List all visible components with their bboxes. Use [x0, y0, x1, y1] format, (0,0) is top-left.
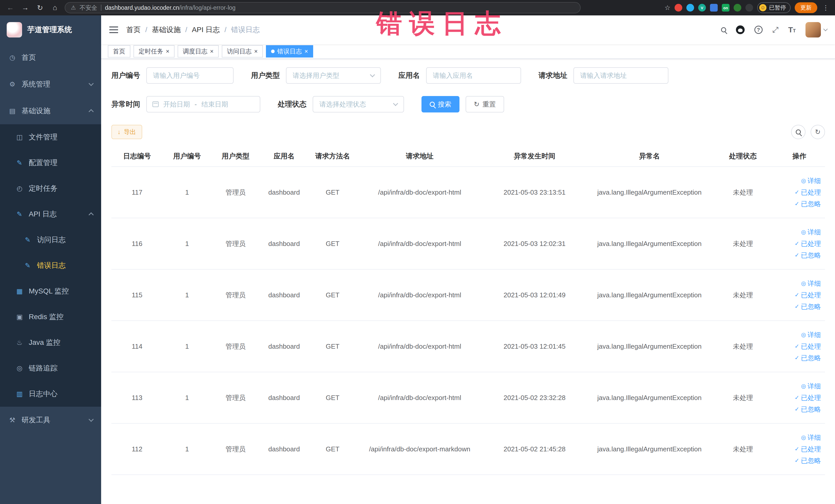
cell-exception-time: 2021-05-03 12:01:45	[483, 321, 587, 372]
start-date-placeholder: 开始日期	[163, 100, 190, 109]
search-button[interactable]: 搜索	[422, 96, 460, 113]
search-icon[interactable]	[721, 27, 726, 32]
page-content: 用户编号 用户类型 请选择用户类型 应用名	[101, 59, 835, 504]
extension-icon[interactable]: V	[698, 4, 706, 12]
app-name-input[interactable]	[426, 67, 521, 84]
processed-link[interactable]: 已处理	[795, 394, 821, 402]
processed-link[interactable]: 已处理	[795, 291, 821, 300]
user-id-label: 用户编号	[111, 70, 140, 80]
processed-link[interactable]: 已处理	[795, 239, 821, 248]
detail-link[interactable]: 详细	[801, 433, 821, 442]
sidebar-item[interactable]: ✎ API 日志	[0, 201, 101, 227]
user-id-input[interactable]	[146, 67, 233, 84]
sidebar-item[interactable]: ▤ 基础设施	[0, 98, 101, 124]
reload-icon[interactable]: ↻	[35, 4, 45, 12]
cell-log-id: 112	[111, 423, 163, 475]
date-range-picker[interactable]: 开始日期 - 结束日期	[146, 96, 260, 113]
ignored-link[interactable]: 已忽略	[795, 200, 821, 208]
tab-close-icon[interactable]	[166, 48, 169, 55]
extension-icon[interactable]	[710, 4, 718, 12]
ignored-link[interactable]: 已忽略	[795, 251, 821, 260]
tab[interactable]: 定时任务	[134, 45, 175, 58]
cell-app-name: dashboard	[260, 269, 308, 321]
search-toggle-button[interactable]	[791, 125, 806, 139]
processed-link[interactable]: 已处理	[795, 188, 821, 197]
extension-icon[interactable]	[675, 4, 682, 12]
breadcrumb-infra[interactable]: 基础设施	[152, 25, 181, 35]
sidebar-item[interactable]: ✎ 错误日志	[0, 253, 101, 278]
detail-link[interactable]: 详细	[801, 330, 821, 339]
browser-menu-icon[interactable]: ⋮	[821, 4, 830, 12]
app-logo[interactable]: 芋道管理系统	[0, 15, 101, 44]
breadcrumb-home[interactable]: 首页	[126, 25, 141, 35]
menu-icon: ◷	[8, 54, 16, 62]
breadcrumb-api-log[interactable]: API 日志	[192, 25, 220, 35]
export-button[interactable]: 导出	[111, 125, 142, 139]
cell-status: 未处理	[712, 218, 774, 269]
tab[interactable]: 访问日志	[222, 45, 263, 58]
col-status: 处理状态	[712, 146, 774, 167]
refresh-table-button[interactable]	[811, 125, 825, 139]
processed-link[interactable]: 已处理	[795, 445, 821, 454]
back-icon[interactable]: ←	[5, 4, 15, 12]
detail-link[interactable]: 详细	[801, 176, 821, 185]
font-size-icon[interactable]: TT	[788, 25, 796, 34]
extension-icon[interactable]: on	[722, 4, 730, 12]
tab[interactable]: 错误日志	[266, 45, 313, 58]
sidebar: 芋道管理系统 ◷ 首页 ⚙ 系统管理	[0, 15, 101, 504]
table-row: 116 1 管理员 dashboard GET /api/infra/db-do…	[111, 218, 825, 269]
request-url-input[interactable]	[573, 67, 668, 84]
process-status-label: 处理状态	[278, 99, 306, 109]
address-bar[interactable]: ⚠ 不安全 dashboard.yudao.iocoder.cn/infra/l…	[65, 2, 581, 13]
sidebar-item[interactable]: ▦ MySQL 监控	[0, 278, 101, 304]
sidebar-item[interactable]: ♨ Java 监控	[0, 330, 101, 355]
sidebar-item[interactable]: ▥ 日志中心	[0, 381, 101, 407]
detail-link[interactable]: 详细	[801, 279, 821, 288]
cell-app-name: dashboard	[260, 218, 308, 269]
github-icon[interactable]	[736, 25, 745, 34]
extension-icon[interactable]	[734, 4, 741, 12]
user-type-select[interactable]: 请选择用户类型	[286, 67, 381, 84]
ignored-link[interactable]: 已忽略	[795, 302, 821, 311]
tab[interactable]: 调度日志	[178, 45, 219, 58]
home-icon[interactable]: ⌂	[50, 4, 60, 12]
tab-close-icon[interactable]	[210, 48, 213, 55]
sidebar-item[interactable]: ✎ 访问日志	[0, 227, 101, 253]
sidebar-item[interactable]: ◫ 文件管理	[0, 124, 101, 150]
paused-badge[interactable]: 已暂停	[757, 2, 791, 13]
sidebar-item[interactable]: ✎ 配置管理	[0, 150, 101, 176]
menu-icon: ✎	[15, 210, 24, 218]
reset-button[interactable]: 重置	[466, 96, 504, 113]
menu-icon: ▣	[15, 313, 24, 321]
sidebar-item[interactable]: ⚒ 研发工具	[0, 407, 101, 434]
menu-icon: ⚒	[8, 416, 16, 424]
sidebar-item[interactable]: ▣ Redis 监控	[0, 304, 101, 330]
sidebar-item[interactable]: ◎ 链路追踪	[0, 355, 101, 381]
sidebar-item[interactable]: ⚙ 系统管理	[0, 71, 101, 98]
forward-icon[interactable]: →	[20, 4, 30, 12]
check-icon	[795, 446, 799, 452]
bookmark-star-icon[interactable]: ☆	[665, 4, 670, 12]
cell-status: 未处理	[712, 372, 774, 423]
extension-icon[interactable]	[746, 4, 753, 12]
processed-link[interactable]: 已处理	[795, 342, 821, 351]
extension-icon[interactable]	[686, 4, 694, 12]
detail-link[interactable]: 详细	[801, 228, 821, 237]
security-label: 不安全	[80, 4, 97, 12]
ignored-link[interactable]: 已忽略	[795, 354, 821, 363]
process-status-select[interactable]: 请选择处理状态	[313, 96, 404, 113]
tab-close-icon[interactable]	[254, 48, 258, 55]
cell-app-name: dashboard	[260, 321, 308, 372]
fullscreen-icon[interactable]: ⤢	[772, 25, 778, 35]
update-button[interactable]: 更新	[795, 2, 817, 13]
ignored-link[interactable]: 已忽略	[795, 456, 821, 465]
sidebar-item[interactable]: ◷ 首页	[0, 44, 101, 71]
help-icon[interactable]	[754, 26, 762, 34]
tab[interactable]: 首页	[108, 45, 130, 58]
ignored-link[interactable]: 已忽略	[795, 405, 821, 414]
detail-link[interactable]: 详细	[801, 382, 821, 391]
user-menu[interactable]	[806, 22, 827, 38]
sidebar-item[interactable]: ◴ 定时任务	[0, 176, 101, 201]
tab-close-icon[interactable]	[304, 48, 308, 55]
collapse-menu-icon[interactable]	[109, 26, 118, 33]
